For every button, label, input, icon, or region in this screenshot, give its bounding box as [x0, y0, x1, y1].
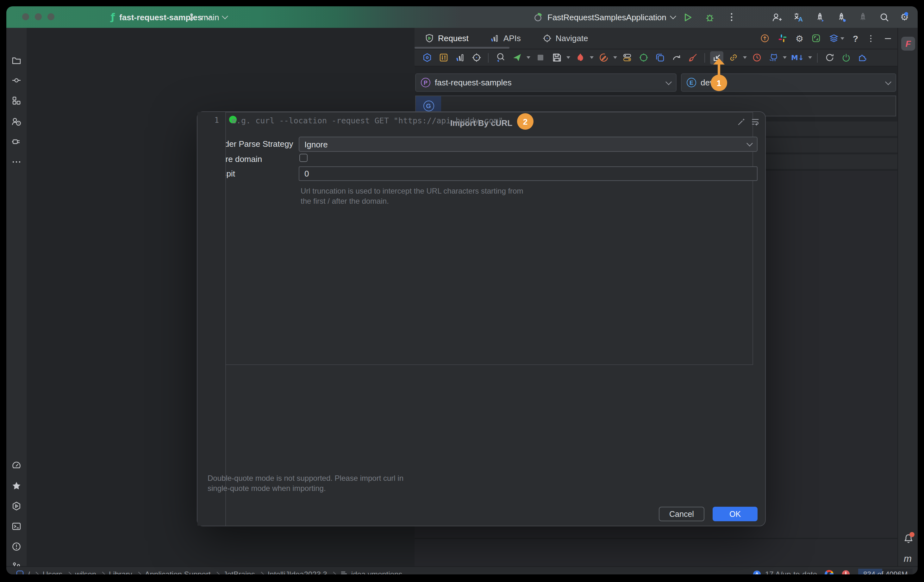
breadcrumb-item[interactable]: idea.vmoptions: [351, 570, 402, 574]
soft-wrap-icon[interactable]: [751, 117, 760, 127]
commit-tool-icon[interactable]: [9, 73, 24, 88]
github-options-caret[interactable]: [783, 56, 787, 59]
add-user-icon[interactable]: [771, 12, 782, 23]
project-dropdown[interactable]: P fast-request-samples: [415, 73, 676, 92]
spring-boot-icon: [533, 12, 543, 22]
run-icon[interactable]: [682, 12, 693, 23]
scale-icon[interactable]: [812, 33, 821, 43]
minimize-window-icon[interactable]: [35, 13, 42, 20]
config-sliders-icon[interactable]: [437, 51, 450, 64]
search-icon[interactable]: [879, 12, 889, 23]
breadcrumb-item[interactable]: Library: [109, 570, 132, 574]
structure-tool-icon[interactable]: [9, 93, 24, 108]
history-clock-icon[interactable]: [750, 51, 763, 64]
url-spit-help-line1: Url truncation is used to intercept the …: [300, 186, 523, 196]
tab-request[interactable]: Request: [421, 28, 472, 49]
slack-icon[interactable]: [778, 33, 787, 43]
breadcrumb-item[interactable]: Application Support: [145, 570, 210, 574]
editor-gutter: 1: [198, 112, 226, 526]
header-parse-strategy-select[interactable]: Ignore: [299, 137, 757, 152]
panel-more-icon[interactable]: [866, 34, 875, 43]
api-chart-icon[interactable]: [453, 51, 467, 64]
window-controls[interactable]: [22, 13, 54, 20]
translate-icon[interactable]: A: [793, 12, 804, 23]
tab-apis[interactable]: APIs: [486, 28, 525, 49]
send-options-caret[interactable]: [526, 56, 530, 59]
fast-request-header: Request APIs Navigate ⚙: [414, 28, 898, 49]
markdown-options-caret[interactable]: [808, 56, 812, 59]
generator-pen-icon[interactable]: [597, 51, 610, 64]
terminal-tool-icon[interactable]: [9, 519, 24, 534]
ok-button[interactable]: OK: [713, 507, 757, 521]
breadcrumb-item[interactable]: IntelliJIdea2023.3: [268, 570, 327, 574]
generator-options-caret[interactable]: [613, 56, 617, 59]
refresh-icon[interactable]: [823, 51, 836, 64]
stop-icon[interactable]: [533, 51, 547, 64]
error-badge-icon[interactable]: [841, 569, 851, 574]
clean-broom-icon[interactable]: [686, 51, 699, 64]
debug-icon[interactable]: [705, 12, 715, 23]
rocket-disabled-icon: [857, 12, 868, 23]
run-config-widget[interactable]: FastRequestSamplesApplication: [533, 6, 675, 28]
google-icon[interactable]: [825, 570, 833, 574]
cancel-button[interactable]: Cancel: [659, 507, 705, 521]
save-icon[interactable]: [550, 51, 563, 64]
breadcrumb-item[interactable]: wilson: [75, 570, 96, 574]
chevron-right-icon: [33, 572, 39, 574]
settings-gear-icon[interactable]: ⚙: [900, 12, 909, 23]
zoom-window-icon[interactable]: [48, 13, 54, 20]
rocket-run-icon[interactable]: [814, 12, 825, 23]
layers-menu[interactable]: [829, 33, 845, 43]
plugin-puzzle-icon[interactable]: [856, 51, 869, 64]
fast-request-tool-button[interactable]: F: [901, 37, 915, 51]
flame-icon[interactable]: [573, 51, 587, 64]
project-tool-icon[interactable]: [9, 53, 24, 68]
pull-requests-tool-icon[interactable]: ?: [9, 114, 24, 129]
maven-tool-button[interactable]: m: [904, 553, 912, 564]
services-plug-tool-icon[interactable]: [9, 134, 24, 149]
layers-icon: [829, 33, 839, 43]
copy-icon[interactable]: [653, 51, 667, 64]
hide-panel-icon[interactable]: [883, 34, 893, 43]
reformat-wand-icon[interactable]: [737, 117, 746, 127]
markdown-icon[interactable]: M↓: [790, 51, 805, 64]
toggles-icon[interactable]: [620, 51, 634, 64]
breadcrumb-item[interactable]: JetBrains: [223, 570, 255, 574]
chevron-right-icon: [331, 572, 336, 574]
breadcrumb-item[interactable]: Users: [43, 570, 63, 574]
search-code-icon[interactable]: [493, 51, 507, 64]
navigate-target-icon[interactable]: [470, 51, 483, 64]
panel-settings-icon[interactable]: ⚙: [795, 34, 804, 43]
help-icon[interactable]: ?: [853, 33, 858, 43]
problems-tool-icon[interactable]: [9, 539, 24, 554]
send-request-icon[interactable]: [510, 51, 523, 64]
power-connect-icon[interactable]: [839, 51, 853, 64]
tab-navigate[interactable]: Navigate: [539, 28, 592, 49]
flame-options-caret[interactable]: [590, 56, 594, 59]
tab-scrollbar-thumb[interactable]: [414, 47, 510, 49]
bookmarks-tool-icon[interactable]: [9, 478, 24, 493]
url-spit-input[interactable]: 0: [299, 167, 757, 181]
github-icon[interactable]: [766, 51, 780, 64]
more-tools-icon[interactable]: [9, 154, 24, 170]
close-window-icon[interactable]: [22, 13, 29, 20]
link-options-caret[interactable]: [743, 56, 747, 59]
memory-indicator[interactable]: 834 of 4096M: [858, 569, 912, 574]
spring-hexagon-icon[interactable]: [420, 51, 434, 64]
coverage-target-icon[interactable]: [637, 51, 650, 64]
rocket-settings-icon[interactable]: [836, 12, 846, 23]
save-options-caret[interactable]: [566, 56, 570, 59]
branch-widget[interactable]: main: [188, 6, 227, 28]
delta-icon: [752, 570, 761, 574]
services-tool-icon[interactable]: [9, 498, 24, 514]
more-actions-icon[interactable]: [726, 12, 737, 22]
vcs-status-widget[interactable]: 17 Δ/up-to-date: [752, 570, 817, 574]
ignore-domain-checkbox[interactable]: [299, 154, 308, 162]
breadcrumb-item[interactable]: /: [28, 570, 30, 574]
notifications-button[interactable]: [903, 533, 914, 547]
link-icon[interactable]: [726, 51, 740, 64]
left-activity-bar: ?: [6, 28, 27, 566]
upgrade-icon[interactable]: [760, 33, 770, 43]
redo-curve-icon[interactable]: [670, 51, 683, 64]
profiler-tool-icon[interactable]: [9, 457, 24, 473]
